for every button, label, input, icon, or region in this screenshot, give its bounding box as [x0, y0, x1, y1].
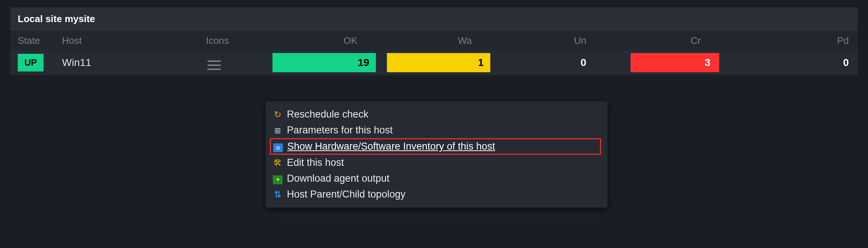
inventory-icon: ⧉ — [272, 140, 284, 152]
menu-item-reschedule[interactable]: ↻ Reschedule check — [270, 106, 601, 122]
count-unknown[interactable]: 0 — [501, 53, 605, 72]
table-row[interactable]: UP Win11 19 1 0 3 0 — [10, 50, 858, 75]
host-context-menu: ↻ Reschedule check ≣ Parameters for this… — [266, 102, 607, 207]
header-pd: Pd — [719, 35, 850, 46]
menu-label-parameters: Parameters for this host — [287, 124, 599, 137]
menu-item-inventory[interactable]: ⧉ Show Hardware/Software Inventory of th… — [270, 138, 601, 155]
menu-label-download: Download agent output — [287, 172, 599, 185]
menu-item-parameters[interactable]: ≣ Parameters for this host — [270, 122, 601, 138]
menu-item-edit[interactable]: 🛠 Edit this host — [270, 155, 601, 171]
wrench-icon: 🛠 — [272, 156, 283, 168]
menu-label-topology: Host Parent/Child topology — [287, 188, 599, 201]
host-table-panel: Local site mysite State Host Icons OK Wa… — [10, 7, 858, 75]
header-wa: Wa — [376, 35, 490, 46]
panel-title: Local site mysite — [10, 7, 858, 31]
header-un: Un — [490, 35, 605, 46]
header-icons: Icons — [206, 35, 261, 46]
burger-menu-icon[interactable] — [206, 59, 222, 71]
menu-item-topology[interactable]: ⇅ Host Parent/Child topology — [270, 186, 601, 202]
menu-item-download[interactable]: ✦ Download agent output — [270, 171, 601, 186]
host-link[interactable]: Win11 — [62, 57, 91, 68]
sliders-icon: ≣ — [272, 124, 283, 136]
count-ok[interactable]: 19 — [272, 53, 376, 72]
header-ok: OK — [261, 35, 376, 46]
header-state: State — [18, 35, 62, 46]
count-crit[interactable]: 3 — [631, 53, 719, 72]
menu-label-edit: Edit this host — [287, 156, 599, 169]
state-badge: UP — [18, 54, 44, 71]
topology-icon: ⇅ — [272, 188, 283, 200]
count-warn[interactable]: 1 — [387, 53, 490, 72]
menu-label-reschedule: Reschedule check — [287, 108, 599, 121]
menu-label-inventory: Show Hardware/Software Inventory of this… — [287, 140, 598, 153]
header-host: Host — [62, 35, 206, 46]
download-icon: ✦ — [272, 172, 283, 184]
header-cr: Cr — [605, 35, 719, 46]
table-header-row: State Host Icons OK Wa Un Cr Pd — [10, 31, 858, 50]
reload-icon: ↻ — [272, 108, 283, 120]
count-pending[interactable]: 0 — [836, 53, 850, 72]
